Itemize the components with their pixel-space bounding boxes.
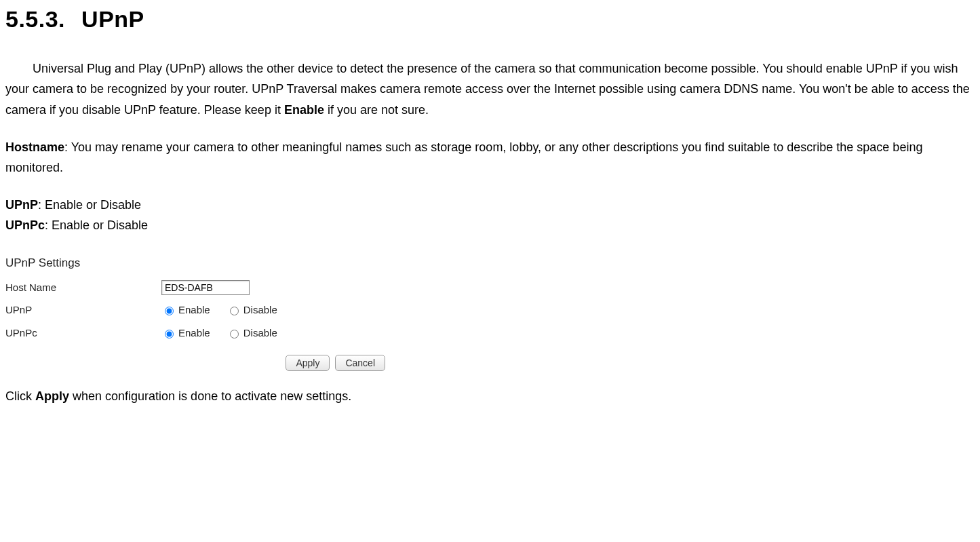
intro-text-after: if you are not sure. <box>324 103 429 117</box>
intro-text-bold: Enable <box>284 103 324 117</box>
upnpc-term: UPnPc <box>5 218 45 232</box>
upnp-field-label: UPnP <box>5 301 161 319</box>
footer-bold: Apply <box>35 389 69 403</box>
intro-paragraph: Universal Plug and Play (UPnP) allows th… <box>5 58 975 121</box>
upnp-disable-radio[interactable] <box>230 307 239 315</box>
apply-button[interactable]: Apply <box>286 355 330 371</box>
upnpc-row: UPnPc Enable Disable <box>5 324 385 342</box>
footer-paragraph: Click Apply when configuration is done t… <box>5 386 975 407</box>
hostname-row: Host Name <box>5 279 385 296</box>
footer-before: Click <box>5 389 35 403</box>
upnp-row: UPnP Enable Disable <box>5 301 385 319</box>
upnp-description: : Enable or Disable <box>38 198 141 212</box>
panel-title: UPnP Settings <box>5 254 385 273</box>
upnp-enable-radio[interactable] <box>165 307 174 315</box>
upnpc-enable-radio[interactable] <box>165 330 174 338</box>
hostname-description: : You may rename your camera to other me… <box>5 140 922 175</box>
upnpc-enable-text: Enable <box>178 324 210 342</box>
hostname-paragraph: Hostname: You may rename your camera to … <box>5 137 975 178</box>
upnpc-disable-option[interactable]: Disable <box>227 324 277 342</box>
upnpc-field-label: UPnPc <box>5 324 161 342</box>
upnp-enable-text: Enable <box>178 301 210 319</box>
upnpc-paragraph: UPnPc: Enable or Disable <box>5 215 975 236</box>
hostname-field-label: Host Name <box>5 279 161 296</box>
upnp-paragraph: UPnP: Enable or Disable <box>5 195 975 216</box>
upnp-disable-text: Disable <box>243 301 277 319</box>
upnpc-disable-text: Disable <box>243 324 277 342</box>
upnp-settings-panel: UPnP Settings Host Name UPnP Enable Disa… <box>5 254 385 371</box>
upnpc-disable-radio[interactable] <box>230 330 239 338</box>
section-title: UPnP <box>81 6 144 32</box>
upnp-disable-option[interactable]: Disable <box>227 301 277 319</box>
section-heading: 5.5.3.UPnP <box>5 0 975 39</box>
hostname-input[interactable] <box>161 280 250 295</box>
upnpc-enable-option[interactable]: Enable <box>161 324 210 342</box>
intro-text-before: Universal Plug and Play (UPnP) allows th… <box>5 62 970 117</box>
upnpc-description: : Enable or Disable <box>45 218 148 232</box>
section-number: 5.5.3. <box>5 6 65 32</box>
footer-after: when configuration is done to activate n… <box>69 389 351 403</box>
upnp-term: UPnP <box>5 198 38 212</box>
upnp-enable-option[interactable]: Enable <box>161 301 210 319</box>
button-row: Apply Cancel <box>5 355 385 371</box>
hostname-term: Hostname <box>5 140 64 154</box>
cancel-button[interactable]: Cancel <box>335 355 385 371</box>
